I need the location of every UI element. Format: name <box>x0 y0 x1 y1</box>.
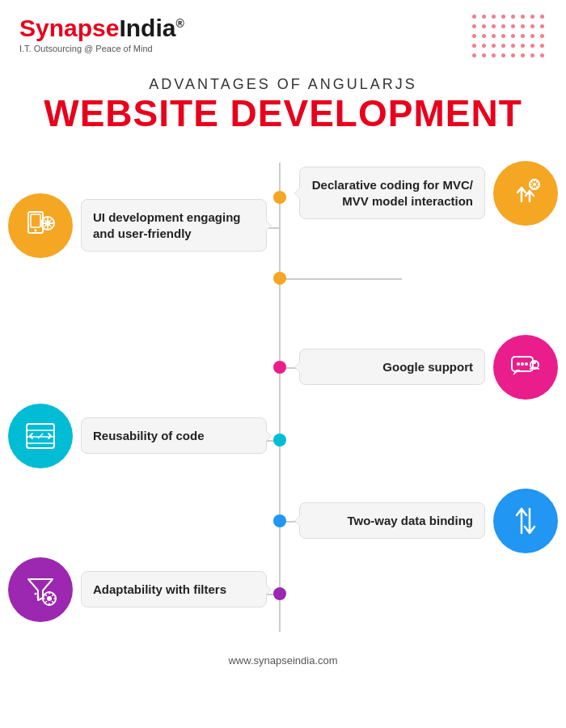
reusability-icon-circle <box>8 404 73 468</box>
center-line <box>279 163 281 632</box>
svg-point-5 <box>45 221 50 226</box>
svg-point-11 <box>525 362 528 366</box>
item-reusability: Reusability of code <box>8 404 267 468</box>
connector-right-1 <box>281 278 402 280</box>
svg-point-7 <box>533 183 536 186</box>
item-declarative: Declarative coding for MVC/ MVV model in… <box>299 161 558 226</box>
website-url: www.synapseindia.com <box>228 654 337 667</box>
ui-dev-icon <box>20 205 61 246</box>
ui-dev-label: UI development engaging and user-friendl… <box>81 199 267 252</box>
adaptability-icon <box>20 569 61 610</box>
tagline: I.T. Outsourcing @ Peace of Mind <box>19 44 184 53</box>
svg-point-21 <box>35 592 37 595</box>
main-title: WEBSITE DEVELOPMENT <box>16 93 550 134</box>
logo-text: SynapseIndia® <box>19 15 184 42</box>
svg-point-20 <box>47 596 52 601</box>
twoway-icon <box>505 501 546 541</box>
timeline-dot-1 <box>273 191 286 204</box>
reusability-icon <box>20 416 61 456</box>
adaptability-label: Adaptability with filters <box>81 571 267 608</box>
header: SynapseIndia® I.T. Outsourcing @ Peace o… <box>0 0 566 68</box>
twoway-icon-circle <box>493 489 558 553</box>
reusability-label: Reusability of code <box>81 417 267 455</box>
subtitle: ADVANTAGES OF ANGULARJS <box>16 76 550 93</box>
declarative-icon-circle <box>493 161 558 226</box>
timeline-dot-4 <box>273 434 286 447</box>
item-ui-development: UI development engaging and user-friendl… <box>8 193 267 258</box>
item-twoway: Two-way data binding <box>299 489 558 553</box>
footer: www.synapseindia.com <box>0 648 566 673</box>
svg-point-22 <box>37 595 40 598</box>
svg-point-13 <box>533 361 536 364</box>
timeline-dot-2 <box>273 272 286 285</box>
svg-line-18 <box>38 434 43 438</box>
google-label: Google support <box>299 349 485 386</box>
google-icon-circle <box>493 335 558 400</box>
dots-decoration <box>472 15 547 60</box>
google-icon <box>505 347 546 387</box>
logo: SynapseIndia® I.T. Outsourcing @ Peace o… <box>19 15 184 53</box>
item-google: Google support <box>299 335 558 400</box>
timeline-dot-3 <box>273 361 286 374</box>
item-adaptability: Adaptability with filters <box>8 557 267 622</box>
declarative-label: Declarative coding for MVC/ MVV model in… <box>299 167 485 219</box>
svg-point-2 <box>35 229 37 231</box>
ui-dev-icon-circle <box>8 193 73 258</box>
declarative-icon <box>505 173 546 214</box>
adaptability-icon-circle <box>8 557 73 622</box>
svg-point-9 <box>517 362 520 366</box>
diagram: UI development engaging and user-friendl… <box>0 146 566 648</box>
twoway-label: Two-way data binding <box>299 502 485 540</box>
svg-point-10 <box>521 362 524 366</box>
timeline-dot-6 <box>273 587 286 600</box>
timeline-dot-5 <box>273 514 286 527</box>
title-section: ADVANTAGES OF ANGULARJS WEBSITE DEVELOPM… <box>0 68 566 138</box>
svg-rect-3 <box>31 214 40 227</box>
